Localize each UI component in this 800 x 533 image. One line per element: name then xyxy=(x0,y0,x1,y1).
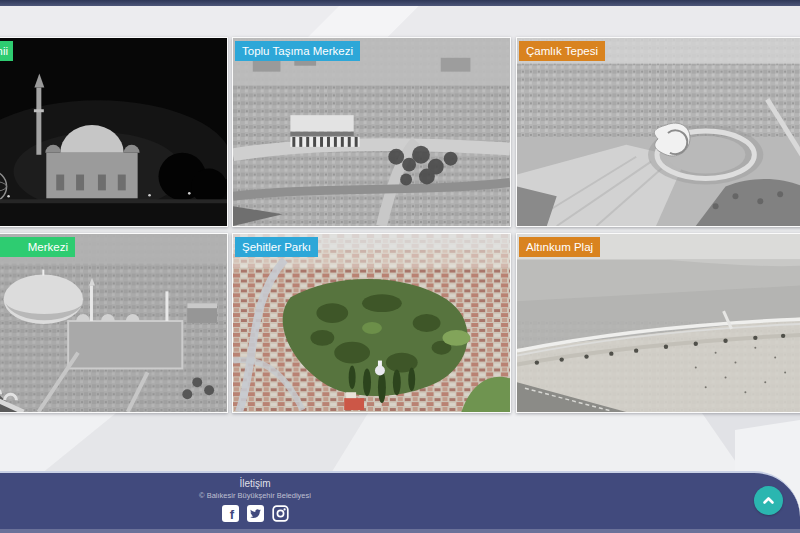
gallery-card-camii[interactable]: Camii xyxy=(0,37,228,227)
instagram-link[interactable] xyxy=(272,505,289,522)
gallery-card-toplu-tasima-merkezi[interactable]: Toplu Taşıma Merkezi xyxy=(232,37,511,227)
photo-night-mosque xyxy=(0,38,227,226)
chevron-up-icon xyxy=(760,492,777,509)
footer-bottom-strip xyxy=(0,529,800,533)
card-label-camlik-tepesi: Çamlık Tepesi xyxy=(519,41,605,61)
twitter-icon xyxy=(247,505,264,522)
scroll-to-top-button[interactable] xyxy=(754,486,783,515)
footer: İletişim © Balıkesir Büyükşehir Belediye… xyxy=(0,471,800,533)
photo-mosque-complex-aerial xyxy=(0,234,227,412)
gallery-card-camlik-tepesi[interactable]: Çamlık Tepesi xyxy=(516,37,800,227)
photo-beach-aerial xyxy=(517,234,800,412)
photo-city-park-aerial xyxy=(233,234,510,412)
photo-bus-terminal-aerial xyxy=(233,38,510,226)
card-label-altinkum-plaj: Altınkum Plaj xyxy=(519,237,600,257)
facebook-link[interactable]: f xyxy=(222,505,239,522)
top-navigation-bar xyxy=(0,0,800,6)
footer-contact-column: İletişim © Balıkesir Büyükşehir Belediye… xyxy=(130,475,380,522)
twitter-link[interactable] xyxy=(247,505,264,522)
instagram-icon xyxy=(272,505,289,522)
facebook-icon: f xyxy=(222,505,239,522)
card-label-merkezi: Merkezi xyxy=(0,237,75,257)
gallery-card-sehitler-parki[interactable]: Şehitler Parkı xyxy=(232,233,511,413)
gallery-card-merkezi[interactable]: Merkezi xyxy=(0,233,228,413)
footer-heading: İletişim xyxy=(130,478,380,489)
card-label-camii: Camii xyxy=(0,41,13,61)
social-links: f xyxy=(130,505,380,522)
svg-text:f: f xyxy=(229,507,234,522)
card-label-toplu-tasima-merkezi: Toplu Taşıma Merkezi xyxy=(235,41,360,61)
footer-copyright: © Balıkesir Büyükşehir Belediyesi xyxy=(130,491,380,500)
photo-hilltop-park-aerial xyxy=(517,38,800,226)
gallery-card-altinkum-plaj[interactable]: Altınkum Plaj xyxy=(516,233,800,413)
card-label-sehitler-parki: Şehitler Parkı xyxy=(235,237,318,257)
